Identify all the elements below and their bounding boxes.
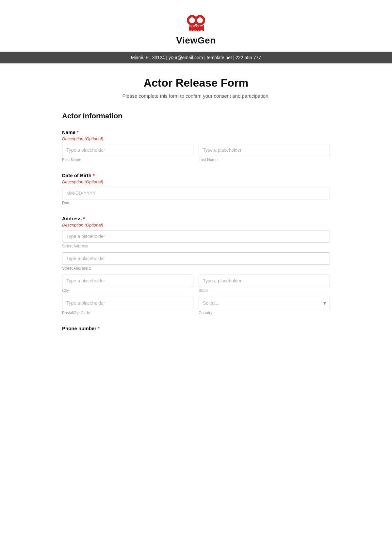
header: ViewGen Miami, FL 33124 | your@email.com… [0, 0, 392, 63]
dob-field-group: Date of Birth * Description (Optional) D… [62, 173, 330, 205]
first-name-col: First Name [62, 144, 193, 162]
state-sublabel: State [199, 288, 330, 293]
dob-sublabel: Date [62, 201, 330, 205]
name-required-star: * [77, 129, 79, 135]
country-sublabel: Country [199, 311, 330, 315]
svg-rect-17 [198, 30, 199, 31]
street1-wrapper: Street Address [62, 230, 330, 248]
city-sublabel: City [62, 288, 193, 293]
postal-country-row: Postal/Zip Code Select... Country [62, 297, 330, 315]
form-subtitle: Please complete this form to confirm you… [62, 93, 330, 99]
last-name-input[interactable] [199, 144, 330, 156]
phone-field-group: Phone number * [62, 326, 330, 331]
svg-rect-6 [189, 26, 190, 27]
phone-required-star: * [98, 326, 100, 331]
street1-sublabel: Street Address [62, 244, 330, 248]
first-name-input[interactable] [62, 144, 193, 156]
address-field-group: Address * Description (Optional) Street … [62, 216, 330, 315]
svg-rect-11 [198, 26, 199, 27]
svg-rect-7 [191, 26, 192, 27]
state-col: State [199, 275, 330, 293]
name-input-row: First Name Last Name [62, 144, 330, 162]
address-label: Address * [62, 216, 330, 221]
city-state-row: City State [62, 275, 330, 293]
country-col: Select... Country [199, 297, 330, 315]
dob-description: Description (Optional) [62, 179, 330, 184]
header-bar: Miami, FL 33124 | your@email.com | templ… [0, 52, 392, 63]
city-input[interactable] [62, 275, 193, 287]
first-name-sublabel: First Name [62, 158, 193, 162]
svg-rect-13 [191, 30, 192, 31]
last-name-sublabel: Last Name [199, 158, 330, 162]
dob-input[interactable] [62, 187, 330, 199]
svg-rect-16 [196, 30, 197, 31]
svg-rect-10 [196, 26, 197, 27]
main-content: Actor Release Form Please complete this … [56, 63, 336, 361]
section-title: Actor Information [62, 112, 330, 122]
svg-rect-8 [193, 26, 194, 27]
name-label: Name * [62, 129, 330, 135]
street2-wrapper: Street Address 2 [62, 252, 330, 271]
svg-point-2 [189, 17, 195, 23]
dob-label: Date of Birth * [62, 173, 330, 178]
brand-name: ViewGen [176, 35, 216, 46]
svg-rect-15 [194, 30, 195, 31]
address-required-star: * [83, 216, 85, 221]
address-description: Description (Optional) [62, 223, 330, 227]
street1-input[interactable] [62, 230, 330, 243]
form-title: Actor Release Form [62, 76, 330, 89]
logo-container: ViewGen [176, 13, 216, 46]
postal-sublabel: Postal/Zip Code [62, 311, 193, 315]
dob-required-star: * [93, 173, 95, 178]
svg-rect-14 [193, 30, 194, 31]
svg-rect-9 [194, 26, 195, 27]
logo-icon [183, 13, 209, 33]
phone-label: Phone number * [62, 326, 330, 331]
country-select-wrapper: Select... [199, 297, 330, 309]
svg-point-3 [197, 17, 203, 23]
street2-sublabel: Street Address 2 [62, 266, 330, 271]
svg-marker-5 [201, 25, 204, 31]
last-name-col: Last Name [199, 144, 330, 162]
name-description: Description (Optional) [62, 136, 330, 141]
street2-input[interactable] [62, 252, 330, 265]
postal-col: Postal/Zip Code [62, 297, 193, 315]
postal-input[interactable] [62, 297, 193, 309]
contact-info: Miami, FL 33124 | your@email.com | templ… [131, 55, 261, 60]
country-select[interactable]: Select... [199, 297, 330, 309]
city-col: City [62, 275, 193, 293]
state-input[interactable] [199, 275, 330, 287]
svg-rect-12 [189, 30, 190, 31]
name-field-group: Name * Description (Optional) First Name… [62, 129, 330, 162]
